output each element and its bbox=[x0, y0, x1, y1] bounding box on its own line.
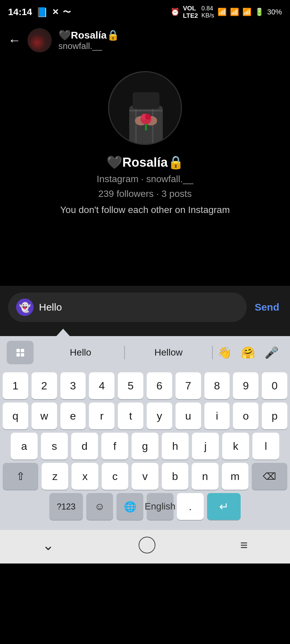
enter-key[interactable]: ↵ bbox=[207, 493, 241, 520]
svg-rect-13 bbox=[133, 92, 159, 109]
status-right: ⏰ VOLLTE2 0.84KB/s 📶 📶 📶 🔋 30% bbox=[171, 5, 282, 19]
profile-section: 🖤Rosalía🔒 Instagram · snowfall.__ 239 fo… bbox=[0, 58, 290, 225]
chevron-down-button[interactable]: ⌄ bbox=[42, 537, 54, 553]
key-r[interactable]: r bbox=[89, 402, 114, 429]
input-pointer bbox=[0, 329, 290, 336]
key-1[interactable]: 1 bbox=[3, 372, 28, 399]
back-button[interactable]: ← bbox=[8, 33, 21, 48]
suggestion-word-2[interactable]: Hellow bbox=[125, 347, 212, 358]
profile-avatar-large bbox=[108, 71, 182, 145]
key-p[interactable]: p bbox=[262, 402, 287, 429]
message-avatar: 👻 bbox=[16, 299, 34, 316]
message-input[interactable]: Hello bbox=[39, 302, 239, 313]
emoji-grid-icon bbox=[16, 349, 24, 357]
key-z[interactable]: z bbox=[42, 463, 68, 490]
alarm-icon: ⏰ bbox=[171, 8, 180, 16]
key-9[interactable]: 9 bbox=[233, 372, 258, 399]
key-f[interactable]: f bbox=[101, 433, 128, 460]
profile-stats: 239 followers · 3 posts bbox=[98, 189, 192, 199]
profile-name: 🖤Rosalía🔒 bbox=[106, 155, 183, 170]
key-h[interactable]: h bbox=[162, 433, 189, 460]
key-c[interactable]: c bbox=[102, 463, 128, 490]
status-bar: 14:14 📘 ✕ 〜 ⏰ VOLLTE2 0.84KB/s 📶 📶 📶 🔋 3… bbox=[0, 0, 290, 23]
nav-bar: ← 🖤Rosalía🔒 snowfall.__ bbox=[0, 23, 290, 58]
suggestion-emoji-wave[interactable]: 👋 bbox=[213, 346, 236, 359]
key-w[interactable]: w bbox=[32, 402, 57, 429]
key-e[interactable]: e bbox=[60, 402, 86, 429]
globe-key[interactable]: 🌐 bbox=[116, 493, 143, 520]
emoji-grid-button[interactable] bbox=[7, 341, 34, 364]
suggestion-word-1[interactable]: Hello bbox=[37, 347, 124, 358]
avatar-image bbox=[109, 72, 181, 144]
key-row-zxcv: ⇧ z x c v b n m ⌫ bbox=[3, 463, 287, 490]
suggestion-emoji-face[interactable]: 🤗 bbox=[236, 346, 260, 359]
key-s[interactable]: s bbox=[41, 433, 68, 460]
keyboard: 1 2 3 4 5 6 7 8 9 0 q w e r t y u i o p … bbox=[0, 369, 290, 530]
nav-name: 🖤Rosalía🔒 bbox=[58, 29, 119, 41]
nav-info: 🖤Rosalía🔒 snowfall.__ bbox=[58, 29, 119, 51]
key-2[interactable]: 2 bbox=[32, 372, 57, 399]
key-5[interactable]: 5 bbox=[118, 372, 143, 399]
profile-follow-status: You don't follow each other on Instagram bbox=[60, 205, 230, 215]
message-input-container[interactable]: 👻 Hello bbox=[8, 292, 247, 322]
bottom-nav: ⌄ ≡ bbox=[0, 530, 290, 564]
shift-key[interactable]: ⇧ bbox=[3, 463, 38, 490]
period-key[interactable]: . bbox=[177, 493, 204, 520]
keyboard-suggestion-bar: Hello Hellow 👋 🤗 🎤 bbox=[0, 336, 290, 369]
microphone-icon[interactable]: 🎤 bbox=[260, 346, 283, 359]
backspace-key[interactable]: ⌫ bbox=[252, 463, 287, 490]
key-m[interactable]: m bbox=[222, 463, 248, 490]
key-row-numbers: 1 2 3 4 5 6 7 8 9 0 bbox=[3, 372, 287, 399]
ghost-icon: 👻 bbox=[19, 302, 31, 313]
pointer-triangle bbox=[56, 329, 70, 336]
key-row-bottom: ?123 ☺ 🌐 English . ↵ bbox=[3, 493, 287, 520]
key-q[interactable]: q bbox=[3, 402, 28, 429]
key-t[interactable]: t bbox=[118, 402, 143, 429]
home-button[interactable] bbox=[139, 537, 155, 553]
chat-area bbox=[0, 225, 290, 286]
key-i[interactable]: i bbox=[204, 402, 230, 429]
twitter-icon: ✕ bbox=[52, 7, 59, 17]
key-6[interactable]: 6 bbox=[147, 372, 172, 399]
key-row-asdf: a s d f g h j k l bbox=[3, 433, 287, 460]
status-time: 14:14 bbox=[8, 7, 32, 17]
key-x[interactable]: x bbox=[71, 463, 98, 490]
key-8[interactable]: 8 bbox=[204, 372, 230, 399]
svg-point-11 bbox=[145, 114, 151, 120]
key-3[interactable]: 3 bbox=[60, 372, 86, 399]
message-bar: 👻 Hello Send bbox=[0, 286, 290, 329]
key-l[interactable]: l bbox=[252, 433, 279, 460]
key-u[interactable]: u bbox=[176, 402, 201, 429]
key-v[interactable]: v bbox=[132, 463, 158, 490]
key-row-qwerty: q w e r t y u i o p bbox=[3, 402, 287, 429]
menu-button[interactable]: ≡ bbox=[240, 538, 248, 552]
key-k[interactable]: k bbox=[222, 433, 249, 460]
battery-icon: 🔋 bbox=[255, 8, 264, 16]
nav-username: snowfall.__ bbox=[58, 41, 119, 51]
key-d[interactable]: d bbox=[71, 433, 98, 460]
wifi-icon: 📶 bbox=[218, 8, 227, 16]
facebook-icon: 📘 bbox=[36, 7, 48, 18]
space-key[interactable]: English bbox=[147, 493, 174, 520]
num-key[interactable]: ?123 bbox=[49, 493, 83, 520]
key-g[interactable]: g bbox=[132, 433, 158, 460]
key-b[interactable]: b bbox=[162, 463, 188, 490]
speed-label: 0.84KB/s bbox=[201, 5, 214, 19]
key-y[interactable]: y bbox=[147, 402, 172, 429]
key-o[interactable]: o bbox=[233, 402, 258, 429]
key-0[interactable]: 0 bbox=[262, 372, 287, 399]
signal-icon2: 📶 bbox=[242, 8, 251, 16]
send-button[interactable]: Send bbox=[252, 302, 282, 313]
key-n[interactable]: n bbox=[192, 463, 218, 490]
wave-icon: 〜 bbox=[63, 7, 71, 17]
signal-icon1: 📶 bbox=[230, 8, 239, 16]
key-7[interactable]: 7 bbox=[176, 372, 201, 399]
profile-subtitle: Instagram · snowfall.__ bbox=[97, 174, 193, 184]
emoji-key[interactable]: ☺ bbox=[86, 493, 113, 520]
key-a[interactable]: a bbox=[11, 433, 38, 460]
svg-rect-12 bbox=[145, 124, 147, 130]
key-4[interactable]: 4 bbox=[89, 372, 114, 399]
key-j[interactable]: j bbox=[192, 433, 219, 460]
lte-label: VOLLTE2 bbox=[183, 5, 198, 19]
nav-avatar bbox=[28, 28, 52, 52]
